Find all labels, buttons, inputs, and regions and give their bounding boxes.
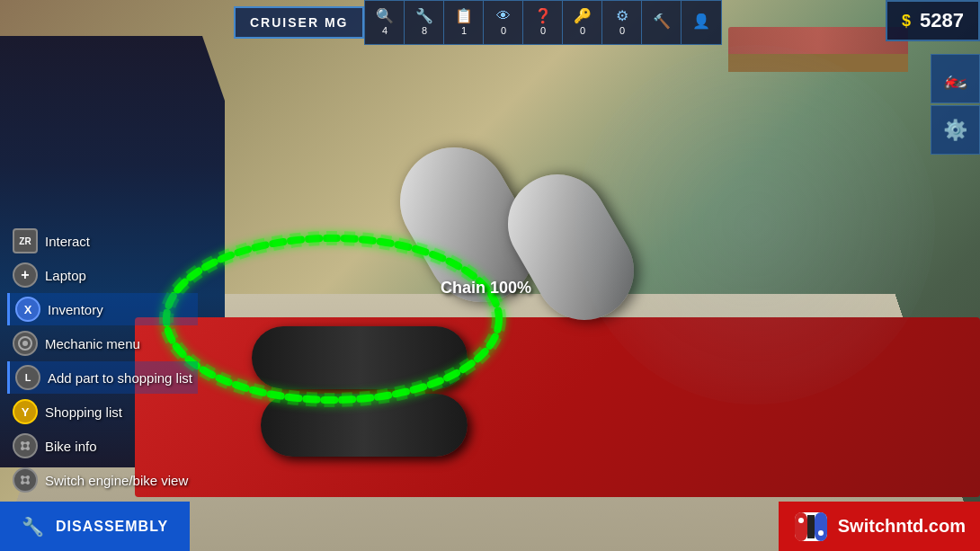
search-icon: 🔍: [376, 9, 394, 23]
hud-icon-eye[interactable]: 👁 0: [484, 1, 523, 44]
svg-point-3: [22, 341, 28, 346]
hud-icon-question[interactable]: ❓ 0: [523, 1, 563, 44]
control-switch-view: Switch engine/bike view: [7, 464, 198, 496]
exhaust-pipe-2: [261, 394, 468, 457]
money-display: $ 5287: [886, 0, 980, 41]
control-shopping-list: Y Shopping list: [7, 395, 198, 428]
hud-icon-hammer[interactable]: 🔨: [642, 1, 682, 44]
shopping-list-label: Shopping list: [45, 404, 122, 420]
question-icon: ❓: [534, 9, 552, 23]
badge-bike-info: [13, 433, 38, 458]
mechanic-menu-label: Mechanic menu: [45, 336, 140, 351]
switch-brand-text: Switchntd.com: [838, 516, 966, 537]
hud-icons-bar: 🔍 4 🔧 8 📋 1 👁 0 ❓ 0 🔑 0 ⚙ 0: [364, 0, 722, 45]
right-panel-motorcycle[interactable]: 🏍️: [931, 54, 980, 103]
top-hud: CRUISER MG 🔍 4 🔧 8 📋 1 👁 0 ❓ 0 🔑 0: [0, 0, 980, 45]
money-amount: 5287: [920, 9, 964, 32]
left-hud: ZR Interact + Laptop X Inventory Mechani…: [7, 225, 198, 496]
switch-brand: Switchntd.com: [779, 502, 980, 551]
hud-icon-wrench[interactable]: 🔧 8: [405, 1, 444, 44]
switch-logo-icon: [793, 509, 829, 545]
disassembly-icon: 🔧: [22, 516, 45, 538]
list-count: 1: [461, 25, 467, 36]
hammer-icon: 🔨: [653, 14, 671, 29]
svg-point-24: [818, 530, 824, 536]
gear-icon: ⚙: [616, 9, 628, 23]
person-icon: 👤: [692, 14, 710, 29]
gear-count: 0: [619, 25, 625, 36]
badge-plus: +: [13, 262, 38, 288]
key-icon: 🔑: [574, 9, 592, 23]
svg-point-22: [798, 518, 804, 523]
hud-icon-key[interactable]: 🔑 0: [563, 1, 602, 44]
bottom-bar: 🔧 DISASSEMBLY Switchntd.com: [0, 502, 980, 551]
exhaust-pipes: [252, 326, 503, 461]
chain-label: Chain 100%: [441, 279, 531, 298]
key-count: 0: [580, 25, 585, 36]
badge-l: L: [15, 365, 40, 390]
hud-icon-search[interactable]: 🔍 4: [365, 1, 405, 44]
eye-count: 0: [501, 25, 506, 36]
inventory-label: Inventory: [48, 302, 103, 317]
eye-icon: 👁: [496, 9, 511, 23]
badge-x: X: [15, 297, 40, 322]
hud-icon-person[interactable]: 👤: [682, 1, 721, 44]
control-add-part: L Add part to shopping list: [7, 361, 198, 394]
question-count: 0: [540, 25, 546, 36]
ghost-overlay: [575, 45, 935, 404]
svg-rect-21: [795, 512, 807, 541]
control-laptop: + Laptop: [7, 259, 198, 291]
wrench-icon: 🔧: [415, 9, 433, 23]
svg-rect-23: [815, 512, 827, 541]
control-interact: ZR Interact: [7, 225, 198, 257]
money-icon: $: [902, 12, 911, 31]
hud-icon-gear[interactable]: ⚙ 0: [602, 1, 642, 44]
right-panel-engine[interactable]: ⚙️: [931, 105, 980, 155]
add-part-label: Add part to shopping list: [48, 370, 192, 386]
interact-label: Interact: [45, 234, 90, 249]
disassembly-label: DISASSEMBLY: [56, 519, 168, 535]
wrench-count: 8: [422, 25, 427, 36]
badge-zr: ZR: [13, 228, 38, 253]
hud-icon-list[interactable]: 📋 1: [444, 1, 484, 44]
control-mechanic-menu: Mechanic menu: [7, 327, 198, 360]
badge-y: Y: [13, 399, 38, 424]
vehicle-name: CRUISER MG: [234, 6, 364, 39]
search-count: 4: [382, 25, 388, 36]
svg-rect-25: [807, 515, 815, 538]
right-panel: 🏍️ ⚙️: [931, 54, 980, 155]
bike-info-label: Bike info: [45, 439, 97, 454]
control-inventory: X Inventory: [7, 293, 198, 325]
list-icon: 📋: [455, 9, 473, 23]
switch-view-label: Switch engine/bike view: [45, 473, 188, 488]
badge-r: [13, 331, 38, 356]
exhaust-pipe-1: [252, 326, 468, 389]
control-bike-info: Bike info: [7, 430, 198, 462]
disassembly-button[interactable]: 🔧 DISASSEMBLY: [0, 502, 190, 551]
laptop-label: Laptop: [45, 268, 86, 283]
badge-switch-view: [13, 467, 38, 493]
